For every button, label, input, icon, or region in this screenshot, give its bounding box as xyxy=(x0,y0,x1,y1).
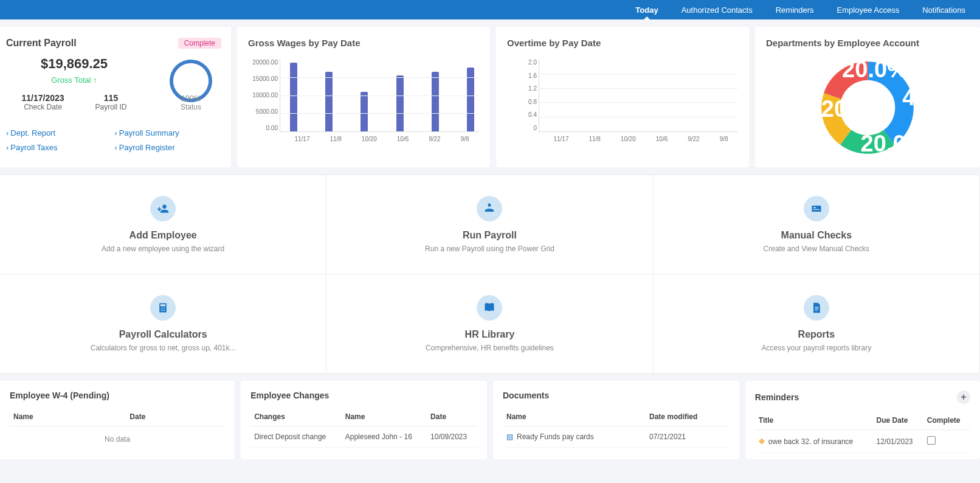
ytick: 15000.00 xyxy=(249,75,278,82)
nav-notifications[interactable]: Notifications xyxy=(922,1,965,19)
tile-manual-checks[interactable]: Manual Checks Create and View Manual Che… xyxy=(654,175,980,274)
svg-text:40.0%: 40.0% xyxy=(902,85,916,110)
svg-point-19 xyxy=(162,310,164,311)
xtick: 11/8 xyxy=(588,136,600,142)
link-payroll-summary[interactable]: Payroll Summary xyxy=(119,128,179,137)
link-payroll-register[interactable]: Payroll Register xyxy=(119,143,175,152)
col-name[interactable]: Name xyxy=(342,408,427,426)
nav-employee-access[interactable]: Employee Access xyxy=(837,1,900,19)
check-date-label: Check Date xyxy=(21,103,64,111)
xtick: 10/6 xyxy=(656,136,668,142)
cell-due: 12/01/2023 xyxy=(872,430,923,453)
tile-desc: Run a new Payroll using the Power Grid xyxy=(339,245,640,253)
ytick: 10000.00 xyxy=(249,92,278,99)
run-payroll-icon: $ xyxy=(477,196,502,221)
col-name[interactable]: Name xyxy=(503,408,646,426)
svg-text:$: $ xyxy=(489,203,491,206)
cell-change: Direct Deposit change xyxy=(250,426,342,448)
svg-point-15 xyxy=(161,308,162,309)
current-payroll-title: Current Payroll xyxy=(6,38,77,49)
svg-point-16 xyxy=(162,308,164,309)
tile-desc: Add a new employee using the wizard xyxy=(12,245,314,253)
col-date-modified[interactable]: Date modified xyxy=(646,408,730,426)
tile-hr-library[interactable]: HR Library Comprehensive, HR benefits gu… xyxy=(326,274,653,374)
w4-title: Employee W-4 (Pending) xyxy=(10,391,225,400)
col-date[interactable]: Date xyxy=(126,408,225,426)
table-row[interactable]: ✥owe back 32. of insurance 12/01/2023 xyxy=(755,430,970,453)
gross-total-label: Gross Total ↑ xyxy=(6,75,142,85)
tile-add-employee[interactable]: Add Employee Add a new employee using th… xyxy=(0,175,326,274)
ytick: 1.6 xyxy=(508,72,537,79)
check-date-value: 11/17/2023 xyxy=(21,93,64,103)
departments-card: Departments by Employee Account 40.0% 20… xyxy=(755,27,980,167)
ytick: 0 xyxy=(508,125,537,131)
reminders-title: Reminders xyxy=(755,392,799,402)
svg-point-18 xyxy=(161,310,162,311)
overtime-card: Overtime by Pay Date 2.0 1.6 1.2 0.8 0.4… xyxy=(496,27,749,167)
col-changes[interactable]: Changes xyxy=(250,408,342,426)
tile-title: Payroll Calculators xyxy=(12,329,314,340)
document-icon: ▤ xyxy=(506,433,513,441)
svg-text:20.0%: 20.0% xyxy=(821,96,887,122)
payroll-amount: $19,869.25 xyxy=(6,56,142,72)
link-payroll-taxes[interactable]: Payroll Taxes xyxy=(10,143,57,152)
departments-donut: 40.0% 20.0% 20.0% 20.0% xyxy=(819,59,916,156)
ytick: 1.2 xyxy=(508,85,537,92)
bar xyxy=(396,75,404,131)
xtick: 11/17 xyxy=(294,136,309,142)
nav-reminders[interactable]: Reminders xyxy=(776,1,814,19)
nav-authorized-contacts[interactable]: Authorized Contacts xyxy=(682,1,753,19)
col-due-date[interactable]: Due Date xyxy=(872,411,923,430)
documents-title: Documents xyxy=(503,391,730,400)
col-date[interactable]: Date xyxy=(427,408,477,426)
payroll-id-label: Payroll ID xyxy=(95,103,127,111)
cell-reminder-title: ✥owe back 32. of insurance xyxy=(755,430,873,453)
cell-date: 07/21/2021 xyxy=(646,426,730,448)
col-title[interactable]: Title xyxy=(755,411,873,430)
xtick: 10/6 xyxy=(397,136,409,142)
svg-rect-23 xyxy=(815,310,817,310)
nav-today[interactable]: Today xyxy=(635,1,658,19)
w4-panel: Employee W-4 (Pending) Name Date No data xyxy=(0,381,235,459)
gross-wages-title: Gross Wages by Pay Date xyxy=(248,38,479,48)
table-row[interactable]: Direct Deposit change Appleseed John - 1… xyxy=(250,426,477,448)
payroll-id-value: 115 xyxy=(95,93,127,103)
cell-complete xyxy=(923,430,970,453)
ytick: 0.8 xyxy=(508,99,537,105)
overtime-chart: 2.0 1.6 1.2 0.8 0.4 0 xyxy=(539,59,738,132)
svg-rect-21 xyxy=(815,307,818,307)
documents-panel: Documents Name Date modified ▤Ready Fund… xyxy=(493,381,739,459)
changes-title: Employee Changes xyxy=(250,391,477,400)
ytick: 0.4 xyxy=(508,111,537,118)
tile-reports[interactable]: Reports Access your payroll reports libr… xyxy=(654,274,980,374)
bar xyxy=(361,92,368,131)
changes-panel: Employee Changes Changes Name Date Direc… xyxy=(241,381,487,459)
link-dept-report[interactable]: Dept. Report xyxy=(10,128,55,137)
col-name[interactable]: Name xyxy=(10,408,126,426)
gross-wages-chart: 20000.00 15000.00 10000.00 5000.00 0.00 xyxy=(280,59,479,132)
tile-payroll-calculators[interactable]: Payroll Calculators Calculators for gros… xyxy=(0,274,326,374)
tile-title: Manual Checks xyxy=(666,230,967,241)
status-badge: Complete xyxy=(178,38,221,49)
departments-title: Departments by Employee Account xyxy=(766,38,969,48)
gross-wages-card: Gross Wages by Pay Date 20000.00 15000.0… xyxy=(237,27,490,167)
ytick: 2.0 xyxy=(508,59,537,66)
add-reminder-button[interactable]: + xyxy=(957,391,970,404)
tile-run-payroll[interactable]: $ Run Payroll Run a new Payroll using th… xyxy=(326,175,653,274)
tile-title: Add Employee xyxy=(12,230,314,241)
ytick: 0.00 xyxy=(249,125,278,131)
top-nav: Today Authorized Contacts Reminders Empl… xyxy=(0,0,980,19)
col-complete[interactable]: Complete xyxy=(923,411,970,430)
bar xyxy=(290,63,297,131)
manual-checks-icon xyxy=(804,196,829,221)
svg-point-17 xyxy=(164,308,165,309)
status-gauge: 100% Status xyxy=(160,56,221,111)
action-tiles: Add Employee Add a new employee using th… xyxy=(0,175,980,374)
xtick: 9/8 xyxy=(720,136,728,142)
svg-point-20 xyxy=(164,310,165,311)
report-icon xyxy=(804,295,829,321)
reminders-panel: Reminders + Title Due Date Complete ✥owe… xyxy=(745,381,980,459)
complete-checkbox[interactable] xyxy=(927,436,936,445)
bar xyxy=(325,72,333,131)
table-row[interactable]: ▤Ready Funds pay cards 07/21/2021 xyxy=(503,426,730,448)
